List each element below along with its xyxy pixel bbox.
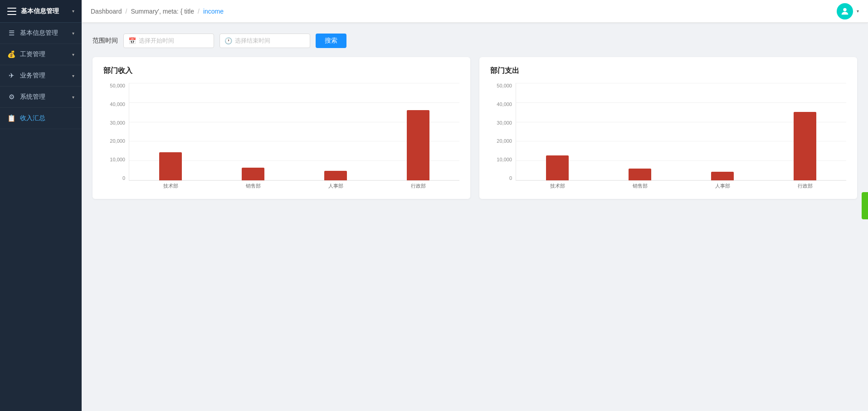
bar[interactable]	[324, 171, 347, 180]
income-chart-wrap: 010,00020,00030,00040,00050,000 技术部销售部人事…	[103, 83, 459, 192]
salary-label: 工资管理	[20, 50, 72, 58]
basic-info-icon: ☰	[7, 29, 15, 37]
bar-dept-label: 人事部	[328, 183, 343, 189]
bar[interactable]	[629, 169, 651, 180]
sidebar-header[interactable]: 基本信息管理 ▾	[0, 0, 82, 23]
breadcrumb-sep-0: /	[126, 8, 127, 15]
topbar-right: ▾	[837, 3, 859, 19]
bar-group: 人事部	[681, 83, 764, 180]
bar-group: 人事部	[294, 83, 377, 180]
bar-group: 行政部	[764, 83, 846, 180]
breadcrumb-item-0: Dashboard	[91, 8, 122, 15]
bar[interactable]	[407, 110, 429, 180]
breadcrumb: Dashboard / Summary', meta: { title / in…	[91, 8, 837, 15]
sidebar-item-system[interactable]: ⚙ 系统管理 ▾	[0, 87, 82, 108]
system-chevron: ▾	[72, 95, 74, 100]
expense-y-axis: 010,00020,00030,00040,00050,000	[490, 83, 516, 181]
end-date-input[interactable]: 🕐 选择结束时间	[219, 34, 310, 48]
sidebar-item-income[interactable]: 📋 收入汇总	[0, 108, 82, 129]
sidebar-item-salary[interactable]: 💰 工资管理 ▾	[0, 44, 82, 65]
menu-toggle-icon[interactable]	[7, 8, 16, 15]
y-label: 40,000	[110, 102, 125, 107]
y-label: 0	[509, 175, 512, 181]
svg-point-0	[843, 8, 846, 11]
y-label: 20,000	[110, 138, 125, 144]
bar[interactable]	[159, 152, 182, 180]
bar[interactable]	[242, 168, 264, 180]
expense-chart-title: 部门支出	[490, 66, 846, 76]
calendar-end-icon: 🕐	[224, 37, 232, 44]
system-label: 系统管理	[20, 93, 72, 101]
y-label: 50,000	[110, 83, 125, 88]
breadcrumb-item-2: income	[203, 8, 224, 15]
bar-group: 销售部	[599, 83, 681, 180]
bar-dept-label: 技术部	[550, 183, 565, 189]
sidebar-title-chevron: ▾	[72, 9, 74, 14]
basic-info-label: 基本信息管理	[20, 29, 72, 37]
bar[interactable]	[711, 172, 734, 180]
y-label: 10,000	[497, 157, 512, 162]
expense-chart-card: 部门支出 010,00020,00030,00040,00050,000 技术部…	[479, 57, 857, 199]
start-date-input[interactable]: 📅 选择开始时间	[123, 34, 214, 48]
start-date-placeholder: 选择开始时间	[139, 37, 174, 45]
bar-group: 技术部	[129, 83, 212, 180]
y-label: 0	[122, 175, 125, 181]
topbar-dropdown-arrow[interactable]: ▾	[857, 9, 859, 14]
charts-row: 部门收入 010,00020,00030,00040,00050,000 技术部…	[93, 57, 857, 199]
topbar: Dashboard / Summary', meta: { title / in…	[82, 0, 868, 23]
expense-chart-wrap: 010,00020,00030,00040,00050,000 技术部销售部人事…	[490, 83, 846, 192]
expense-bars-area: 技术部销售部人事部行政部	[516, 83, 846, 181]
bar[interactable]	[794, 112, 816, 180]
business-label: 业务管理	[20, 72, 72, 80]
bar-group: 行政部	[377, 83, 459, 180]
system-icon: ⚙	[7, 93, 15, 101]
search-button[interactable]: 搜索	[316, 34, 346, 48]
business-chevron: ▾	[72, 73, 74, 78]
bar-dept-label: 行政部	[798, 183, 813, 189]
bar[interactable]	[546, 155, 569, 180]
salary-chevron: ▾	[72, 52, 74, 57]
bar-dept-label: 行政部	[411, 183, 426, 189]
bar-dept-label: 销售部	[633, 183, 648, 189]
main-area: Dashboard / Summary', meta: { title / in…	[82, 0, 868, 411]
y-label: 40,000	[497, 102, 512, 107]
bar-dept-label: 人事部	[715, 183, 730, 189]
income-chart-title: 部门收入	[103, 66, 459, 76]
bar-dept-label: 技术部	[163, 183, 178, 189]
end-date-placeholder: 选择结束时间	[235, 37, 270, 45]
income-bars-area: 技术部销售部人事部行政部	[129, 83, 459, 181]
sidebar: 基本信息管理 ▾ ☰ 基本信息管理 ▾ 💰 工资管理 ▾ ✈ 业务管理 ▾ ⚙ …	[0, 0, 82, 411]
calendar-start-icon: 📅	[128, 37, 136, 44]
bar-group: 技术部	[516, 83, 599, 180]
income-label: 收入汇总	[20, 114, 74, 122]
bar-dept-label: 销售部	[246, 183, 261, 189]
sidebar-item-business[interactable]: ✈ 业务管理 ▾	[0, 65, 82, 87]
salary-icon: 💰	[7, 50, 15, 58]
y-label: 50,000	[497, 83, 512, 88]
bar-group: 销售部	[212, 83, 294, 180]
y-label: 30,000	[110, 120, 125, 126]
avatar-button[interactable]	[837, 3, 853, 19]
income-icon: 📋	[7, 114, 15, 122]
filter-row: 范围时间 📅 选择开始时间 🕐 选择结束时间 搜索	[93, 34, 857, 48]
y-label: 30,000	[497, 120, 512, 126]
breadcrumb-sep-1: /	[198, 8, 200, 15]
income-chart-card: 部门收入 010,00020,00030,00040,00050,000 技术部…	[93, 57, 470, 199]
avatar-icon	[840, 6, 850, 16]
sidebar-title: 基本信息管理	[21, 7, 72, 15]
y-label: 10,000	[110, 157, 125, 162]
right-panel-toggle[interactable]	[862, 192, 868, 219]
content-area: 范围时间 📅 选择开始时间 🕐 选择结束时间 搜索 部门收入 010,00020…	[82, 23, 868, 411]
business-icon: ✈	[7, 72, 15, 80]
sidebar-item-basic-info[interactable]: ☰ 基本信息管理 ▾	[0, 23, 82, 44]
income-y-axis: 010,00020,00030,00040,00050,000	[103, 83, 129, 181]
nav-items-container: ☰ 基本信息管理 ▾ 💰 工资管理 ▾ ✈ 业务管理 ▾ ⚙ 系统管理 ▾ 📋 …	[0, 23, 82, 129]
basic-info-chevron: ▾	[72, 31, 74, 36]
filter-label: 范围时间	[93, 37, 118, 45]
y-label: 20,000	[497, 138, 512, 144]
breadcrumb-item-1: Summary', meta: { title	[131, 8, 194, 15]
